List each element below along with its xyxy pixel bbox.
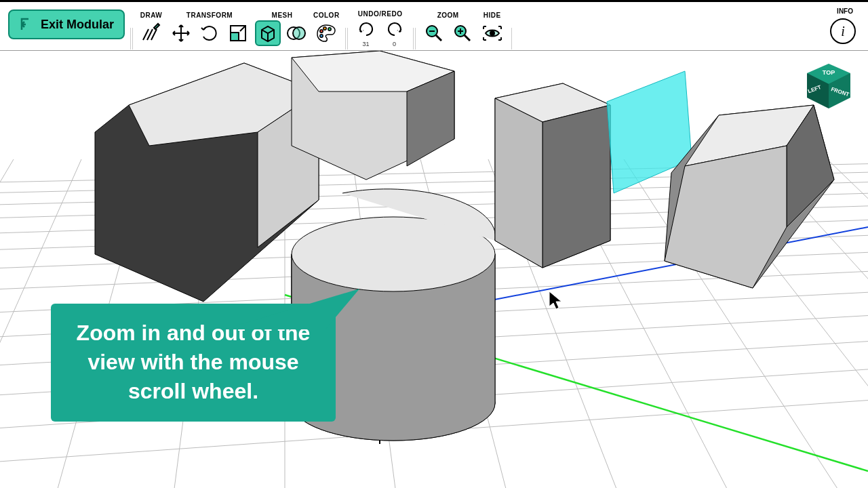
eye-icon <box>481 22 503 44</box>
mesh-boolean-button[interactable] <box>283 20 309 46</box>
separator <box>344 24 349 53</box>
group-label-zoom: ZOOM <box>437 12 459 19</box>
group-label-mesh: MESH <box>272 12 293 19</box>
svg-line-37 <box>827 159 868 488</box>
viewport-3d[interactable] <box>0 51 868 488</box>
undo-button[interactable] <box>353 19 379 39</box>
svg-rect-0 <box>231 33 239 41</box>
tutorial-callout: Zoom in and out of the view with the mou… <box>51 304 336 422</box>
group-label-undoredo: UNDO/REDO <box>358 10 403 18</box>
undo-icon <box>357 20 376 39</box>
info-icon: i <box>841 24 845 39</box>
palette-icon <box>315 22 337 44</box>
svg-point-6 <box>328 28 331 30</box>
move-tool-button[interactable] <box>168 20 194 46</box>
color-palette-button[interactable] <box>313 20 339 46</box>
svg-point-3 <box>293 27 305 39</box>
info-button[interactable]: i <box>830 18 856 44</box>
zoom-in-icon <box>452 23 473 43</box>
navcube-top-label: TOP <box>823 69 835 76</box>
svg-marker-52 <box>542 105 610 268</box>
svg-point-10 <box>490 31 494 35</box>
zoom-in-button[interactable] <box>450 20 475 46</box>
boolean-icon <box>286 23 307 43</box>
scale-icon <box>228 23 248 43</box>
scale-tool-button[interactable] <box>225 20 251 46</box>
hide-button[interactable] <box>479 20 505 46</box>
cube-icon <box>258 23 278 43</box>
redo-icon <box>385 20 404 39</box>
exit-modular-button[interactable]: Exit Modular <box>8 9 125 39</box>
svg-point-5 <box>323 27 326 30</box>
svg-marker-53 <box>495 98 542 268</box>
draw-tool-button[interactable] <box>138 20 164 46</box>
zoom-out-icon <box>424 23 444 43</box>
mesh-cube-button[interactable] <box>255 20 281 46</box>
svg-line-25 <box>0 159 14 488</box>
group-label-hide: HIDE <box>484 12 501 19</box>
move-icon <box>171 23 191 43</box>
separator <box>129 24 134 53</box>
navigation-cube[interactable]: TOP LEFT FRONT <box>802 60 856 114</box>
svg-point-4 <box>320 30 323 33</box>
separator <box>412 24 417 53</box>
exit-label: Exit Modular <box>41 18 114 32</box>
draw-lines-icon <box>140 22 162 44</box>
toolbar: Exit Modular DRAW TRANSFORM MESH <box>0 2 868 51</box>
zoom-out-button[interactable] <box>421 20 447 46</box>
rotate-tool-button[interactable] <box>197 20 222 46</box>
group-label-transform: TRANSFORM <box>186 12 233 19</box>
redo-button[interactable] <box>382 19 408 39</box>
group-label-info: INFO <box>837 7 853 15</box>
group-label-draw: DRAW <box>140 12 163 19</box>
svg-point-7 <box>320 35 323 37</box>
exit-arrow-icon <box>19 16 35 33</box>
group-label-color: COLOR <box>313 12 340 19</box>
redo-count: 0 <box>393 41 396 47</box>
undo-count: 31 <box>363 41 370 47</box>
rotate-icon <box>199 23 220 43</box>
separator <box>509 24 515 53</box>
